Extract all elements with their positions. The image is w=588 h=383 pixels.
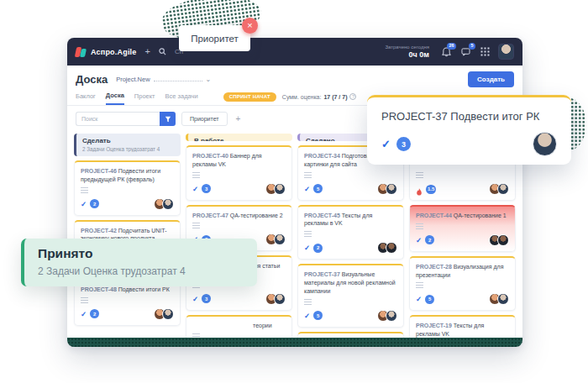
logo-icon: [76, 47, 87, 57]
task-card-footer: 1.5: [416, 183, 509, 195]
task-card-footer: ✓2: [304, 242, 397, 254]
assignee-avatar: [274, 233, 286, 245]
estimate-badge: 2: [90, 199, 99, 208]
assignee-avatar: [497, 183, 509, 195]
assignee-avatars: [265, 183, 286, 195]
accepted-popup-title: Принято: [38, 246, 244, 261]
close-icon[interactable]: ×: [242, 18, 258, 34]
estimate-badge: 2: [313, 244, 323, 253]
task-card-footer: ✓2: [81, 198, 174, 210]
task-title: PROJECT-45 Тексты для рекламы в VK: [304, 212, 397, 228]
task-card-popup[interactable]: PROJECT-37 Подвести итог РК ✓ 3: [367, 95, 571, 165]
task-popup-title: PROJECT-37 Подвести итог РК: [381, 110, 557, 123]
estimate-badge: 1.5: [426, 185, 436, 194]
assignee-avatars: [154, 308, 174, 320]
task-card-PROJECT-44[interactable]: PROJECT-44 QA-тестирование 1✓2: [409, 205, 516, 252]
task-code: PROJECT-37: [304, 271, 340, 277]
accepted-popup-meta: 2 Задачи Оценка трудозатрат 4: [38, 265, 244, 277]
sprint-status-badge: СПРИНТ НАЧАТ: [223, 92, 276, 102]
add-icon[interactable]: +: [145, 47, 150, 56]
task-title: PROJECT-28 Визуализация для презентации: [416, 263, 509, 280]
estimate-badge: 5: [313, 311, 323, 320]
task-title: теории: [192, 322, 286, 330]
assignee-avatar: [162, 308, 174, 320]
search-input[interactable]: [76, 112, 160, 126]
apps-grid-button[interactable]: [479, 46, 491, 58]
tab-all-tasks[interactable]: Все задачи: [165, 92, 198, 104]
task-title: PROJECT-19 Тексты для рекламы VK: [416, 322, 509, 338]
task-card-PROJECT-45[interactable]: PROJECT-45 Тексты для рекламы в VK✓2: [297, 205, 404, 260]
notifications-button[interactable]: 26: [440, 46, 452, 58]
task-card-footer: ✓2: [81, 308, 174, 320]
priority-tooltip: Приоритет ×: [179, 25, 250, 51]
funnel-icon: [165, 116, 171, 123]
tab-backlog[interactable]: Баклог: [76, 92, 96, 104]
info-icon[interactable]: ?: [349, 93, 356, 100]
tab-board[interactable]: Доска: [106, 92, 124, 105]
task-title: PROJECT-47 QA-тестирование 2: [192, 212, 286, 220]
estimate-badge: 3: [202, 184, 211, 193]
create-button[interactable]: Создать: [468, 71, 514, 87]
priority-filter-chip[interactable]: Приоритет: [181, 112, 228, 126]
assignee-avatar: [386, 183, 397, 195]
board-select[interactable]: Project.New ⌄: [116, 76, 211, 83]
messages-badge: 5: [469, 43, 475, 50]
description-icon: [304, 299, 312, 305]
estimate-badge: 5: [425, 295, 434, 304]
assignee-avatars: [154, 198, 174, 210]
task-title: PROJECT-48 Подвести итоги РК: [81, 286, 174, 294]
assignee-avatar: [386, 310, 397, 322]
assignee-avatar: [162, 198, 174, 210]
check-icon: ✓: [192, 185, 198, 193]
task-code: PROJECT-42: [81, 228, 117, 233]
description-icon: [416, 172, 423, 178]
app-window: Аспро.Agile + Сп Затрачено сегодня 0ч 0м…: [67, 38, 522, 347]
time-tracked-label: Затрачено сегодня: [385, 45, 429, 50]
assignee-avatar: [274, 183, 286, 195]
estimate-badge: 3: [202, 294, 211, 303]
column-header-in-progress[interactable]: В работе1 Задача Оценка трудозатрат 3: [186, 134, 292, 141]
column-title: В работе: [194, 137, 286, 141]
task-card-PROJECT-37[interactable]: PROJECT-37 Визуальные материалы для ново…: [297, 264, 404, 327]
task-code: PROJECT-48: [81, 286, 117, 292]
task-card-PROJECT-46[interactable]: PROJECT-46 Подвести итоги предыдущей РК …: [74, 160, 181, 216]
description-icon: [192, 172, 200, 178]
flame-icon: [416, 185, 423, 193]
task-title: PROJECT-44 QA-тестирование 1: [416, 212, 509, 220]
time-tracked-value: 0ч 0м: [385, 50, 429, 59]
check-icon: ✓: [81, 200, 87, 208]
assignee-avatar: [274, 293, 286, 305]
check-icon: ✓: [304, 312, 310, 320]
app-logo[interactable]: Аспро.Agile: [76, 47, 137, 57]
decorative-band: [67, 338, 522, 347]
tab-project[interactable]: Проект: [134, 92, 155, 104]
task-title: PROJECT-37 Визуальные материалы для ново…: [304, 270, 397, 295]
assignee-avatars: [377, 242, 397, 254]
messages-button[interactable]: 5: [459, 46, 471, 58]
assignee-avatar: [497, 234, 509, 246]
assignee-avatars: [489, 293, 509, 305]
column-header-todo[interactable]: Сделать2 Задачи Оценка трудозатрат 4: [74, 134, 181, 156]
task-card-footer: ✓5: [304, 183, 397, 195]
check-icon: ✓: [416, 236, 422, 244]
assignee-avatars: [377, 183, 397, 195]
task-code: PROJECT-40: [192, 153, 228, 159]
check-icon: ✓: [304, 185, 310, 193]
assignee-avatars: [265, 293, 286, 305]
task-code: PROJECT-34: [304, 153, 340, 159]
search-icon[interactable]: [159, 48, 166, 55]
task-code: PROJECT-45: [304, 212, 340, 218]
task-card-PROJECT-40[interactable]: PROJECT-40 Баннер для рекламы VK✓3: [186, 145, 292, 201]
filter-button[interactable]: [160, 112, 176, 126]
task-card-PROJECT-28[interactable]: PROJECT-28 Визуализация для презентации✓…: [409, 256, 516, 312]
chevron-down-icon: ⌄: [206, 76, 212, 83]
task-code: PROJECT-19: [416, 323, 452, 328]
app-name: Аспро.Agile: [91, 48, 137, 56]
description-icon: [81, 187, 88, 193]
estimate-badge: 3: [396, 137, 411, 151]
user-avatar[interactable]: [498, 44, 514, 60]
add-filter-button[interactable]: +: [234, 114, 244, 123]
task-title: PROJECT-46 Подвести итоги предыдущей РК …: [81, 167, 174, 184]
board-select-underline: [154, 76, 202, 81]
column-title: Сделать: [82, 137, 175, 144]
